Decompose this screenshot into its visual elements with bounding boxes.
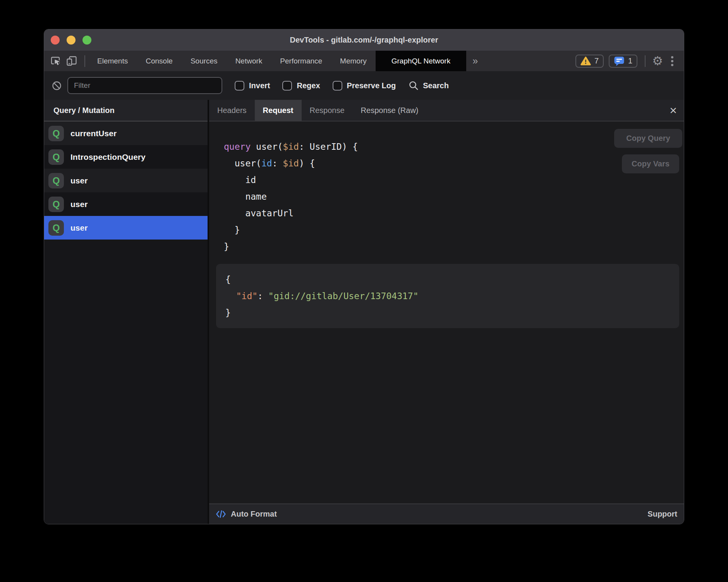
issues-badge[interactable]: 1 <box>609 55 637 68</box>
tab-graphql-network[interactable]: GraphQL Network <box>376 51 466 71</box>
request-query-code: query user($id: UserID) { user(id: $id) … <box>224 139 358 255</box>
request-detail-panel: Headers Request Response Response (Raw) … <box>209 100 684 524</box>
list-item-label: IntrospectionQuery <box>70 152 146 162</box>
more-options-icon[interactable] <box>668 56 676 66</box>
list-item-label: currentUser <box>70 129 117 138</box>
window-title: DevTools - gitlab.com/-/graphql-explorer <box>44 36 684 45</box>
inspect-element-icon[interactable] <box>50 55 61 67</box>
query-type-badge: Q <box>48 197 64 212</box>
query-type-badge: Q <box>48 173 64 188</box>
traffic-lights <box>51 29 91 51</box>
query-list-panel: Query / Mutation Q currentUser Q Introsp… <box>44 100 208 524</box>
warning-icon <box>580 56 591 66</box>
query-type-badge: Q <box>48 126 64 141</box>
list-item-user-2[interactable]: Q user <box>44 192 208 216</box>
more-tabs-icon[interactable]: » <box>466 51 484 71</box>
clear-block-icon[interactable] <box>52 80 62 91</box>
regex-checkbox[interactable] <box>282 81 292 91</box>
tab-console[interactable]: Console <box>137 51 182 71</box>
invert-checkbox[interactable] <box>235 81 244 91</box>
toolbar-divider <box>84 55 85 67</box>
tab-response-raw[interactable]: Response (Raw) <box>353 100 427 121</box>
close-window-button[interactable] <box>51 36 60 45</box>
regex-checkbox-group[interactable]: Regex <box>282 81 320 91</box>
list-item-label: user <box>70 200 88 209</box>
device-toolbar-icon[interactable] <box>66 56 77 66</box>
devtools-toolbar: Elements Console Sources Network Perform… <box>44 51 684 71</box>
filter-bar: Invert Regex Preserve Log Search <box>44 71 684 100</box>
list-item-currentUser[interactable]: Q currentUser <box>44 122 208 145</box>
warnings-badge[interactable]: 7 <box>575 55 604 68</box>
tab-network[interactable]: Network <box>227 51 271 71</box>
list-item-label: user <box>70 176 88 185</box>
toolbar-right-divider <box>645 55 646 67</box>
support-link[interactable]: Support <box>647 510 677 519</box>
zoom-window-button[interactable] <box>82 36 91 45</box>
query-list-header: Query / Mutation <box>44 100 208 122</box>
list-item-user-1[interactable]: Q user <box>44 169 208 192</box>
invert-label: Invert <box>249 81 270 90</box>
copy-query-button[interactable]: Copy Query <box>614 129 682 148</box>
detail-footer-bar: Auto Format Support <box>209 503 684 524</box>
main-split: Query / Mutation Q currentUser Q Introsp… <box>44 100 684 524</box>
search-control[interactable]: Search <box>409 80 449 91</box>
copy-vars-button[interactable]: Copy Vars <box>622 154 679 173</box>
query-list-empty-area <box>44 240 208 524</box>
tab-memory[interactable]: Memory <box>331 51 376 71</box>
tab-performance[interactable]: Performance <box>271 51 331 71</box>
tab-request[interactable]: Request <box>255 100 302 121</box>
request-content: query user($id: UserID) { user(id: $id) … <box>209 122 684 503</box>
tab-headers[interactable]: Headers <box>209 100 255 121</box>
query-type-badge: Q <box>48 149 64 165</box>
warnings-count: 7 <box>594 56 599 65</box>
auto-format-label: Auto Format <box>231 510 277 519</box>
close-detail-icon[interactable]: × <box>670 104 677 116</box>
minimize-window-button[interactable] <box>67 36 76 45</box>
request-variables-code: { "id": "gid://gitlab/User/13704317"} <box>225 271 670 321</box>
list-item-label: user <box>70 223 88 233</box>
detail-tab-strip: Headers Request Response Response (Raw) … <box>209 100 684 122</box>
devtools-window: DevTools - gitlab.com/-/graphql-explorer <box>44 29 684 524</box>
regex-label: Regex <box>297 81 320 90</box>
tab-elements[interactable]: Elements <box>88 51 137 71</box>
title-bar: DevTools - gitlab.com/-/graphql-explorer <box>44 29 684 51</box>
search-icon <box>409 80 419 91</box>
code-brackets-icon <box>216 510 226 519</box>
tab-response[interactable]: Response <box>302 100 353 121</box>
preserve-log-checkbox-group[interactable]: Preserve Log <box>333 81 396 91</box>
search-label: Search <box>423 81 449 90</box>
list-item-user-3-selected[interactable]: Q user <box>44 216 208 240</box>
toolbar-left-icons <box>44 55 88 67</box>
request-variables-box: { "id": "gid://gitlab/User/13704317"} <box>216 264 679 328</box>
preserve-log-checkbox[interactable] <box>333 81 342 91</box>
issues-count: 1 <box>628 56 632 65</box>
query-type-badge: Q <box>48 220 64 236</box>
preserve-log-label: Preserve Log <box>347 81 396 90</box>
toolbar-right-cluster: 7 1 ⚙ <box>575 55 684 68</box>
filter-input[interactable] <box>67 77 222 94</box>
message-bubble-icon <box>614 56 625 66</box>
invert-checkbox-group[interactable]: Invert <box>235 81 270 91</box>
auto-format-button[interactable]: Auto Format <box>216 510 277 519</box>
tab-sources[interactable]: Sources <box>182 51 227 71</box>
list-item-introspectionQuery[interactable]: Q IntrospectionQuery <box>44 145 208 169</box>
settings-gear-icon[interactable]: ⚙ <box>652 55 663 67</box>
